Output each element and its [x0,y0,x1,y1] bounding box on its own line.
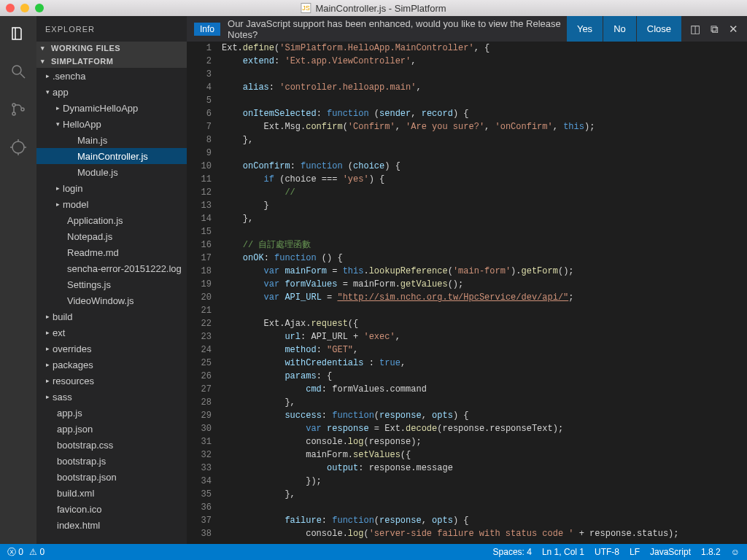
close-window-button[interactable] [6,4,15,12]
chevron-right-icon: ▸ [44,72,51,79]
indent-status[interactable]: Spaces: 4 [493,547,532,557]
tree-item-label: .sencha [51,71,86,82]
file-tree-item[interactable]: bootstrap.json [36,469,187,485]
status-bar: ⓧ 0 ⚠ 0 Spaces: 4 Ln 1, Col 1 UTF-8 LF J… [0,544,747,560]
folder-tree-item[interactable]: ▸.sencha [36,68,187,84]
chevron-right-icon: ▸ [44,329,51,336]
chevron-down-icon: ▾ [41,58,48,65]
search-view-icon[interactable] [8,61,28,82]
chevron-right-icon: ▸ [54,104,61,112]
traffic-lights [6,4,44,12]
tree-item-label: app.json [55,424,93,435]
minimize-window-button[interactable] [20,4,29,12]
file-tree-item[interactable]: index.html [36,517,187,533]
yes-button[interactable]: Yes [566,16,603,42]
chevron-down-icon: ▾ [44,88,51,96]
file-tree-item[interactable]: VideoWindow.js [36,292,187,308]
tree-item-label: HelloApp [61,119,101,130]
feedback-icon[interactable]: ☺ [731,547,740,557]
folder-tree-item[interactable]: ▸model [36,196,187,212]
git-status[interactable]: 1.8.2 [701,547,721,557]
open-preview-icon[interactable]: ⧉ [711,23,719,36]
tree-item-label: Main.js [76,135,107,146]
tree-item-label: packages [51,359,93,370]
window-title: JS MainController.js - SimPlatform [301,3,446,14]
file-tree-item[interactable]: app.js [36,405,187,421]
folder-tree-item[interactable]: ▸resources [36,373,187,389]
eol-status[interactable]: LF [630,547,640,557]
cursor-position-status[interactable]: Ln 1, Col 1 [542,547,584,557]
close-notification-button[interactable]: Close [636,16,681,42]
chevron-down-icon: ▾ [54,120,61,128]
tree-item-label: bootstrap.json [55,472,117,483]
tree-item-label: build [51,311,72,322]
svg-point-2 [12,104,15,106]
file-tree-item[interactable]: MainController.js [36,148,187,164]
file-tree-item[interactable]: Module.js [36,164,187,180]
encoding-status[interactable]: UTF-8 [595,547,619,557]
working-files-section-header[interactable]: ▾WORKING FILES [36,42,187,55]
project-section-header[interactable]: ▾SIMPLATFORM [36,55,187,68]
warning-icon: ⚠ [29,547,37,557]
chevron-right-icon: ▸ [54,201,61,208]
folder-tree-item[interactable]: ▸overrides [36,341,187,357]
window-titlebar: JS MainController.js - SimPlatform [0,0,747,16]
tree-item-label: Readme.md [66,247,119,258]
tree-item-label: login [61,183,82,194]
no-button[interactable]: No [603,16,636,42]
tree-item-label: MainController.js [76,151,148,162]
notification-message: Our JavaScript support has been enhanced… [228,18,566,40]
file-tree-item[interactable]: Readme.md [36,244,187,260]
tree-item-label: bootstrap.js [55,456,106,467]
tree-item-label: app [51,87,69,98]
file-tree-item[interactable]: Application.js [36,212,187,228]
tree-item-label: index.html [55,520,100,531]
folder-tree-item[interactable]: ▸sass [36,389,187,405]
chevron-right-icon: ▸ [44,377,51,384]
file-tree-item[interactable]: favicon.ico [36,501,187,517]
tree-item-label: DynamicHelloApp [61,103,138,114]
chevron-right-icon: ▸ [44,393,51,400]
js-file-icon: JS [301,3,311,13]
line-number-gutter: 1234567891011121314151617181920212223242… [187,42,222,544]
folder-tree-item[interactable]: ▸login [36,180,187,196]
tree-item-label: app.js [55,408,82,419]
svg-point-5 [12,141,24,153]
file-tree-item[interactable]: bootstrap.css [36,437,187,453]
file-tree-item[interactable]: app.json [36,421,187,437]
file-tree-item[interactable]: sencha-error-20151222.log [36,260,187,276]
chevron-right-icon: ▸ [44,361,51,368]
tree-item-label: Notepad.js [66,231,112,242]
svg-point-3 [12,112,15,115]
maximize-window-button[interactable] [35,4,44,12]
code-editor[interactable]: 1234567891011121314151617181920212223242… [187,42,747,544]
chevron-down-icon: ▾ [41,44,48,52]
folder-tree-item[interactable]: ▸DynamicHelloApp [36,100,187,116]
split-editor-icon[interactable]: ◫ [690,23,700,36]
warnings-indicator[interactable]: ⚠ 0 [29,547,44,557]
folder-tree-item[interactable]: ▾HelloApp [36,116,187,132]
code-content[interactable]: Ext.define('SimPlatform.HelloApp.MainCon… [222,42,747,544]
file-tree-item[interactable]: bootstrap.js [36,453,187,469]
svg-line-1 [20,74,25,78]
debug-view-icon[interactable] [8,137,28,158]
source-control-view-icon[interactable] [8,99,28,120]
close-editor-icon[interactable]: ✕ [729,23,738,36]
file-tree-item[interactable]: Settings.js [36,276,187,292]
file-tree[interactable]: ▸.sencha▾app▸DynamicHelloApp▾HelloAppMai… [36,68,187,544]
tree-item-label: Settings.js [66,279,111,290]
file-tree-item[interactable]: Main.js [36,132,187,148]
info-badge: Info [194,23,220,36]
folder-tree-item[interactable]: ▾app [36,84,187,100]
errors-indicator[interactable]: ⓧ 0 [7,546,23,559]
folder-tree-item[interactable]: ▸build [36,308,187,324]
activity-bar [0,16,36,544]
folder-tree-item[interactable]: ▸packages [36,357,187,373]
tree-item-label: build.xml [55,488,94,499]
explorer-view-icon[interactable] [8,23,28,44]
file-tree-item[interactable]: Notepad.js [36,228,187,244]
language-mode-status[interactable]: JavaScript [650,547,691,557]
file-tree-item[interactable]: build.xml [36,485,187,501]
chevron-right-icon: ▸ [44,313,51,320]
folder-tree-item[interactable]: ▸ext [36,324,187,341]
